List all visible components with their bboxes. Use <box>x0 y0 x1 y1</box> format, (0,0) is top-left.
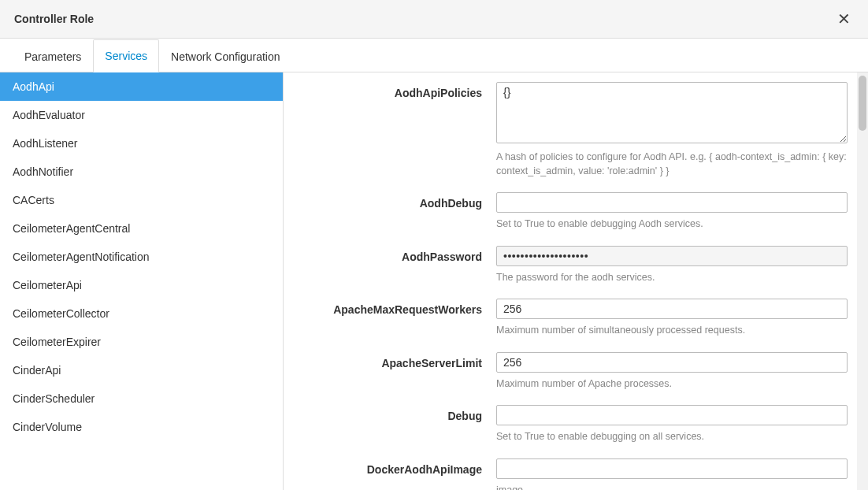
form-row-aodhdebug: AodhDebug Set to True to enable debuggin… <box>291 192 848 232</box>
form-row-dockeraodhapiimage: DockerAodhApiImage image <box>291 458 848 491</box>
sidebar-item-aodhevaluator[interactable]: AodhEvaluator <box>0 101 283 129</box>
help-dockeraodhapiimage: image <box>496 484 848 491</box>
debug-input[interactable] <box>496 405 848 425</box>
sidebar-item-cinderscheduler[interactable]: CinderScheduler <box>0 384 283 413</box>
label-debug: Debug <box>291 405 496 444</box>
aodh-password-input[interactable] <box>496 246 848 266</box>
help-apachemaxrequestworkers: Maximum number of simultaneously process… <box>496 324 848 338</box>
label-aodhdebug: AodhDebug <box>291 192 496 232</box>
form-row-apacheserverlimit: ApacheServerLimit Maximum number of Apac… <box>291 352 848 392</box>
sidebar-item-ceilometercollector[interactable]: CeilometerCollector <box>0 299 283 328</box>
help-aodhapipolicies: A hash of policies to configure for Aodh… <box>496 150 848 178</box>
docker-aodh-api-image-input[interactable] <box>496 458 848 479</box>
form-row-aodhapipolicies: AodhApiPolicies A hash of policies to co… <box>291 82 848 178</box>
label-dockeraodhapiimage: DockerAodhApiImage <box>291 458 496 491</box>
form-row-aodhpassword: AodhPassword The password for the aodh s… <box>291 246 848 285</box>
sidebar-item-cindervolume[interactable]: CinderVolume <box>0 413 283 441</box>
help-aodhpassword: The password for the aodh services. <box>496 271 848 285</box>
modal-header: Controller Role ✕ <box>0 0 868 39</box>
form-row-apachemaxrequestworkers: ApacheMaxRequestWorkers Maximum number o… <box>291 299 848 338</box>
close-icon[interactable]: ✕ <box>834 11 854 27</box>
sidebar-item-aodhnotifier[interactable]: AodhNotifier <box>0 158 283 186</box>
content-area: AodhApi AodhEvaluator AodhListener AodhN… <box>0 72 868 490</box>
label-apachemaxrequestworkers: ApacheMaxRequestWorkers <box>291 299 496 338</box>
label-apacheserverlimit: ApacheServerLimit <box>291 352 496 392</box>
label-aodhapipolicies: AodhApiPolicies <box>291 82 496 178</box>
tabs-bar: Parameters Services Network Configuratio… <box>0 39 868 72</box>
tab-parameters[interactable]: Parameters <box>13 40 93 72</box>
sidebar-item-cacerts[interactable]: CACerts <box>0 186 283 214</box>
modal-title: Controller Role <box>14 13 94 25</box>
aodh-api-policies-input[interactable] <box>496 82 848 143</box>
help-apacheserverlimit: Maximum number of Apache processes. <box>496 377 848 392</box>
sidebar-item-aodhapi[interactable]: AodhApi <box>0 72 283 101</box>
aodh-debug-input[interactable] <box>496 192 848 213</box>
scrollbar-thumb[interactable] <box>859 76 866 131</box>
help-aodhdebug: Set to True to enable debugging Aodh ser… <box>496 217 848 232</box>
help-debug: Set to True to enable debugging on all s… <box>496 430 848 444</box>
form-area: AodhApiPolicies A hash of policies to co… <box>284 72 868 490</box>
tab-services[interactable]: Services <box>93 39 159 72</box>
sidebar-item-ceilometeragentcentral[interactable]: CeilometerAgentCentral <box>0 214 283 243</box>
apache-max-request-workers-input[interactable] <box>496 299 848 319</box>
scrollbar-track[interactable] <box>857 72 868 490</box>
label-aodhpassword: AodhPassword <box>291 246 496 285</box>
sidebar-item-ceilometeragentnotification[interactable]: CeilometerAgentNotification <box>0 243 283 271</box>
tab-network-configuration[interactable]: Network Configuration <box>159 40 292 72</box>
sidebar-item-aodhlistener[interactable]: AodhListener <box>0 129 283 158</box>
apache-server-limit-input[interactable] <box>496 352 848 373</box>
sidebar-item-cinderapi[interactable]: CinderApi <box>0 356 283 384</box>
services-sidebar: AodhApi AodhEvaluator AodhListener AodhN… <box>0 72 284 490</box>
form-row-debug: Debug Set to True to enable debugging on… <box>291 405 848 444</box>
sidebar-item-ceilometerapi[interactable]: CeilometerApi <box>0 271 283 299</box>
sidebar-item-ceilometerexpirer[interactable]: CeilometerExpirer <box>0 328 283 356</box>
